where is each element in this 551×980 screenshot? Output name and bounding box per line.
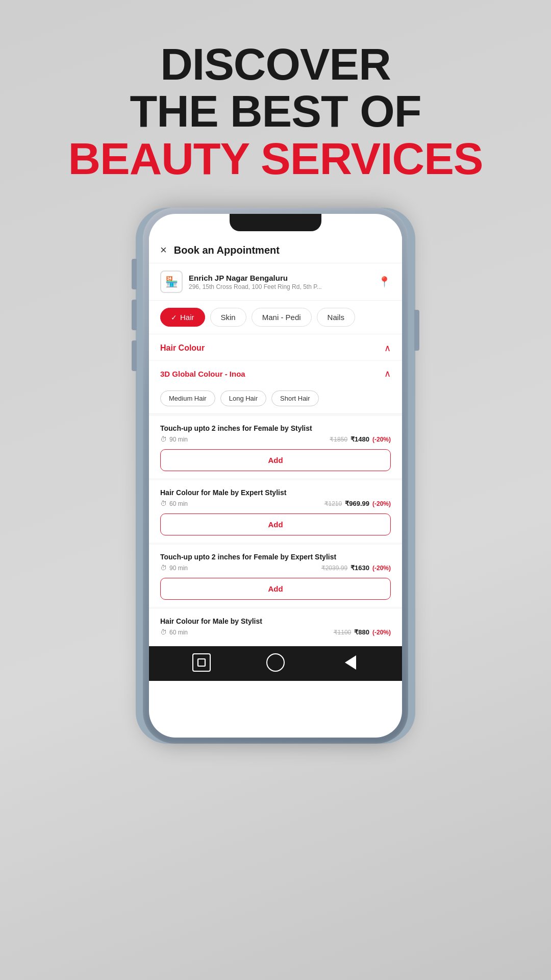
service-name-4: Hair Colour for Male by Stylist: [160, 617, 391, 625]
discount-pct-1: (-20%): [372, 436, 391, 443]
discounted-price-2: ₹969.99: [345, 500, 369, 507]
service-duration-4: ⏱ 60 min: [160, 628, 188, 636]
tab-skin[interactable]: Skin: [210, 308, 246, 327]
tab-skin-label: Skin: [221, 313, 236, 322]
service-duration-2: ⏱ 60 min: [160, 500, 188, 507]
add-button-2[interactable]: Add: [160, 513, 391, 535]
service-name-1: Touch-up upto 2 inches for Female by Sty…: [160, 424, 391, 432]
headline-line2: THE BEST OF: [0, 88, 551, 135]
app-header: × Book an Appointment: [149, 236, 402, 263]
subsection-title: 3D Global Colour - Inoa: [160, 370, 245, 378]
hair-option-long[interactable]: Long Hair: [220, 390, 266, 406]
close-button[interactable]: ×: [160, 243, 167, 257]
hair-length-options: Medium Hair Long Hair Short Hair: [149, 385, 402, 414]
add-button-1[interactable]: Add: [160, 449, 391, 471]
clock-icon-1: ⏱: [160, 435, 167, 443]
service-price-4: ₹1100 ₹880 (-20%): [334, 628, 391, 636]
tab-nails-label: Nails: [328, 313, 344, 322]
add-button-3[interactable]: Add: [160, 578, 391, 600]
service-name-2: Hair Colour for Male by Expert Stylist: [160, 488, 391, 497]
app-title: Book an Appointment: [174, 244, 280, 256]
service-duration-1: ⏱ 90 min: [160, 435, 188, 443]
tab-nails[interactable]: Nails: [317, 308, 355, 327]
original-price-3: ₹2039.99: [321, 565, 347, 572]
service-item-3: Touch-up upto 2 inches for Female by Exp…: [149, 545, 402, 607]
service-duration-3: ⏱ 90 min: [160, 564, 188, 572]
headline-section: DISCOVER THE BEST OF BEAUTY SERVICES: [0, 0, 551, 198]
discount-pct-2: (-20%): [372, 500, 391, 507]
services-content: Hair Colour ∧ 3D Global Colour - Inoa ∧ …: [149, 334, 402, 646]
hair-option-medium[interactable]: Medium Hair: [160, 390, 215, 406]
service-item-1: Touch-up upto 2 inches for Female by Sty…: [149, 416, 402, 478]
tab-mani-pedi[interactable]: Mani - Pedi: [252, 308, 312, 327]
phone-notch: [230, 214, 321, 231]
subsection-3d-colour[interactable]: 3D Global Colour - Inoa ∧: [149, 361, 402, 385]
back-triangle-icon: [345, 655, 356, 670]
discounted-price-1: ₹1480: [350, 435, 369, 443]
headline-line1: DISCOVER: [0, 41, 551, 88]
original-price-2: ₹1210: [324, 500, 342, 507]
tab-hair-label: Hair: [180, 313, 194, 322]
service-meta-1: ⏱ 90 min ₹1850 ₹1480 (-20%): [160, 435, 391, 443]
phone-mockup: × Book an Appointment 🏪 Enrich JP Nagar …: [0, 208, 551, 744]
clock-icon-2: ⏱: [160, 500, 167, 507]
svg-rect-0: [198, 659, 205, 666]
service-item-4: Hair Colour for Male by Stylist ⏱ 60 min…: [149, 609, 402, 646]
phone-frame: × Book an Appointment 🏪 Enrich JP Nagar …: [143, 208, 408, 744]
hair-option-short[interactable]: Short Hair: [271, 390, 319, 406]
service-item-2: Hair Colour for Male by Expert Stylist ⏱…: [149, 480, 402, 543]
phone-screen: × Book an Appointment 🏪 Enrich JP Nagar …: [149, 214, 402, 738]
duration-text-4: 60 min: [169, 629, 188, 636]
discounted-price-4: ₹880: [354, 628, 369, 636]
duration-text-1: 90 min: [169, 436, 188, 443]
salon-name: Enrich JP Nagar Bengaluru: [189, 274, 378, 282]
service-meta-4: ⏱ 60 min ₹1100 ₹880 (-20%): [160, 628, 391, 636]
clock-icon-3: ⏱: [160, 564, 167, 572]
salon-info: 🏪 Enrich JP Nagar Bengaluru 296, 15th Cr…: [149, 263, 402, 301]
circle-nav-button[interactable]: [266, 653, 285, 672]
section-hair-colour[interactable]: Hair Colour ∧: [149, 334, 402, 360]
original-price-4: ₹1100: [334, 629, 352, 636]
home-nav-button[interactable]: [192, 653, 211, 672]
duration-text-2: 60 min: [169, 500, 188, 507]
discounted-price-3: ₹1630: [350, 564, 369, 572]
service-name-3: Touch-up upto 2 inches for Female by Exp…: [160, 553, 391, 561]
category-tabs: ✓ Hair Skin Mani - Pedi Nails: [149, 301, 402, 334]
service-meta-3: ⏱ 90 min ₹2039.99 ₹1630 (-20%): [160, 564, 391, 572]
location-pin-icon[interactable]: 📍: [378, 276, 391, 288]
salon-details: Enrich JP Nagar Bengaluru 296, 15th Cros…: [189, 274, 378, 290]
check-icon: ✓: [171, 313, 177, 322]
service-price-2: ₹1210 ₹969.99 (-20%): [324, 500, 391, 507]
clock-icon-4: ⏱: [160, 628, 167, 636]
headline-line3: BEAUTY SERVICES: [0, 135, 551, 182]
service-price-1: ₹1850 ₹1480 (-20%): [330, 435, 391, 443]
section-title: Hair Colour: [160, 344, 205, 353]
tab-mani-pedi-label: Mani - Pedi: [262, 313, 301, 322]
subsection-chevron-icon: ∧: [384, 368, 391, 379]
duration-text-3: 90 min: [169, 565, 188, 572]
chevron-up-icon: ∧: [384, 342, 391, 354]
service-price-3: ₹2039.99 ₹1630 (-20%): [321, 564, 391, 572]
service-meta-2: ⏱ 60 min ₹1210 ₹969.99 (-20%): [160, 500, 391, 507]
tab-hair[interactable]: ✓ Hair: [160, 308, 205, 327]
discount-pct-4: (-20%): [372, 629, 391, 636]
discount-pct-3: (-20%): [372, 565, 391, 572]
bottom-nav: [149, 646, 402, 681]
salon-icon: 🏪: [160, 271, 183, 293]
back-nav-button[interactable]: [340, 653, 359, 672]
original-price-1: ₹1850: [330, 436, 347, 443]
salon-address: 296, 15th Cross Road, 100 Feet Ring Rd, …: [189, 283, 378, 290]
